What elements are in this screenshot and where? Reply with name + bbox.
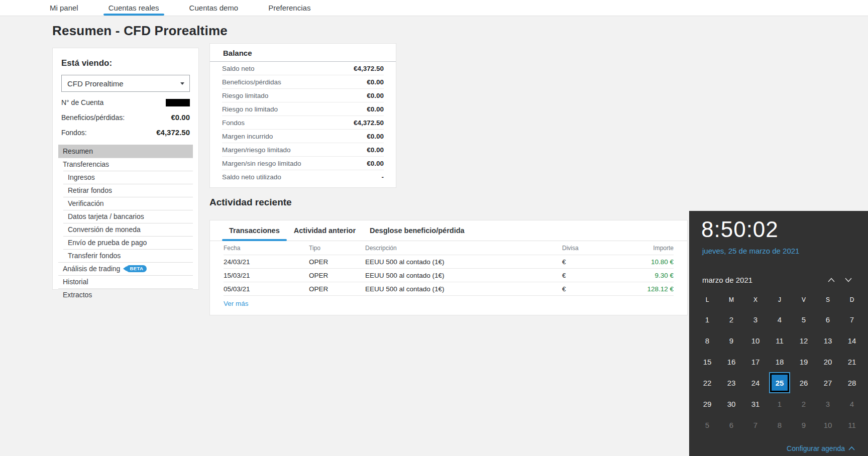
calendar-day-9[interactable]: 9: [719, 330, 743, 351]
page-title: Resumen - CFD Prorealtime: [52, 23, 228, 39]
nav-tab-cuentas-demo[interactable]: Cuentas demo: [186, 0, 242, 16]
calendar-day-30[interactable]: 30: [719, 393, 743, 414]
chevron-up-icon: [828, 278, 835, 282]
calendar-day-4[interactable]: 4: [768, 309, 792, 330]
see-more-link[interactable]: Ver más: [224, 300, 249, 307]
configure-agenda-label: Configurar agenda: [787, 444, 845, 452]
calendar-day-22[interactable]: 22: [695, 372, 719, 393]
account-side-menu: ResumenTransferenciasIngresosRetirar fon…: [58, 145, 193, 301]
calendar-day-2[interactable]: 2: [719, 309, 743, 330]
calendar-day-7-next[interactable]: 7: [743, 414, 768, 435]
sidebar-item-verificacion[interactable]: Verificación: [58, 197, 193, 210]
configure-agenda-link[interactable]: Configurar agenda: [787, 444, 855, 452]
balance-row-label: Fondos: [222, 119, 245, 127]
activity-tabs: TransaccionesActividad anteriorDesglose …: [210, 220, 687, 241]
calendar-prev-month-button[interactable]: [823, 274, 840, 286]
calendar-day-1-next[interactable]: 1: [768, 393, 792, 414]
sidebar-item-datos-tarjeta-bancarios[interactable]: Datos tarjeta / bancarios: [58, 210, 193, 223]
table-row: 05/03/21OPEREEUU 500 al contado (1€)€128…: [224, 282, 674, 296]
balance-row-value: €0.00: [367, 146, 384, 154]
balance-row-saldo-neto: Saldo neto€4,372.50: [222, 62, 384, 75]
nav-tab-preferencias[interactable]: Preferencias: [265, 0, 313, 16]
sidebar-item-label: Transferencias: [63, 160, 109, 168]
sidebar-item-transferencias[interactable]: Transferencias: [58, 158, 193, 171]
calendar-day-24[interactable]: 24: [743, 372, 768, 393]
calendar-next-month-button[interactable]: [840, 274, 857, 286]
calendar-day-14[interactable]: 14: [840, 330, 864, 351]
calendar-day-31[interactable]: 31: [743, 393, 768, 414]
sidebar-item-analisis-de-trading[interactable]: Análisis de tradingBETA: [58, 262, 193, 275]
calendar-day-12[interactable]: 12: [792, 330, 816, 351]
calendar-day-4-next[interactable]: 4: [840, 393, 864, 414]
column-header-fecha: Fecha: [224, 245, 309, 252]
balance-row-saldo-neto-utilizado: Saldo neto utilizado-: [222, 170, 384, 183]
calendar-day-26[interactable]: 26: [792, 372, 816, 393]
calendar-day-3[interactable]: 3: [743, 309, 768, 330]
balance-row-riesgo-no-limitado: Riesgo no limitado€0.00: [222, 102, 384, 116]
calendar-day-25[interactable]: 25: [768, 372, 792, 393]
sidebar-item-extractos[interactable]: Extractos: [58, 288, 193, 301]
sidebar-item-conversion-de-moneda[interactable]: Conversión de moneda: [58, 223, 193, 236]
calendar-day-15[interactable]: 15: [695, 351, 719, 372]
calendar-day-23[interactable]: 23: [719, 372, 743, 393]
account-select[interactable]: CFD Prorealtime: [61, 75, 190, 92]
calendar-day-16[interactable]: 16: [719, 351, 743, 372]
tab-desglose-beneficio-perdida[interactable]: Desglose beneficio/pérdida: [363, 220, 472, 241]
calendar-day-10[interactable]: 10: [743, 330, 768, 351]
calendar-day-29[interactable]: 29: [695, 393, 719, 414]
cell-importe: 128.12 €: [618, 285, 674, 293]
tab-transacciones[interactable]: Transacciones: [222, 220, 287, 241]
tab-actividad-anterior[interactable]: Actividad anterior: [287, 220, 363, 241]
cell-descripcion: EEUU 500 al contado (1€): [365, 258, 562, 266]
calendar-day-5[interactable]: 5: [792, 309, 816, 330]
calendar-day-7[interactable]: 7: [840, 309, 864, 330]
balance-row-value: €0.00: [367, 78, 384, 86]
calendar-day-11-next[interactable]: 11: [840, 414, 864, 435]
sidebar-item-label: Transferir fondos: [68, 252, 121, 260]
sidebar-item-transferir-fondos[interactable]: Transferir fondos: [58, 249, 193, 262]
sidebar-item-resumen[interactable]: Resumen: [58, 145, 193, 158]
chevron-down-icon: [845, 278, 852, 282]
balance-row-label: Riesgo no limitado: [222, 105, 278, 113]
calendar-day-1[interactable]: 1: [695, 309, 719, 330]
sidebar-item-label: Extractos: [63, 291, 92, 299]
sidebar-item-label: Datos tarjeta / bancarios: [68, 212, 144, 220]
nav-tab-cuentas-reales[interactable]: Cuentas reales: [105, 0, 162, 16]
sidebar-item-historial[interactable]: Historial: [58, 275, 193, 288]
profit-loss-row: Beneficios/pérdidas: €0.00: [61, 113, 190, 122]
sidebar-item-label: Análisis de trading: [63, 265, 120, 273]
cell-fecha: 15/03/21: [224, 272, 309, 279]
calendar-day-3-next[interactable]: 3: [816, 393, 840, 414]
cell-descripcion: EEUU 500 al contado (1€): [365, 285, 562, 293]
viewing-label: Está viendo:: [61, 58, 190, 68]
calendar-day-6[interactable]: 6: [816, 309, 840, 330]
calendar-day-17[interactable]: 17: [743, 351, 768, 372]
calendar-day-13[interactable]: 13: [816, 330, 840, 351]
calendar-day-20[interactable]: 20: [816, 351, 840, 372]
nav-tab-mi-panel[interactable]: Mi panel: [47, 0, 81, 16]
sidebar-item-label: Conversión de moneda: [68, 225, 141, 234]
calendar-day-18[interactable]: 18: [768, 351, 792, 372]
funds-label: Fondos:: [61, 129, 87, 137]
sidebar-item-retirar-fondos[interactable]: Retirar fondos: [58, 184, 193, 197]
transactions-table: FechaTipoDescripciónDivisaImporte 24/03/…: [224, 241, 674, 308]
sidebar-item-label: Envío de prueba de pago: [68, 239, 147, 247]
calendar-day-2-next[interactable]: 2: [792, 393, 816, 414]
calendar-day-28[interactable]: 28: [840, 372, 864, 393]
calendar-day-8-next[interactable]: 8: [768, 414, 792, 435]
calendar-day-9-next[interactable]: 9: [792, 414, 816, 435]
cell-divisa: €: [562, 258, 618, 266]
calendar-day-5-next[interactable]: 5: [695, 414, 719, 435]
calendar-day-8[interactable]: 8: [695, 330, 719, 351]
profit-loss-value: €0.00: [171, 113, 190, 122]
calendar-day-10-next[interactable]: 10: [816, 414, 840, 435]
calendar-day-27[interactable]: 27: [816, 372, 840, 393]
sidebar-item-ingresos[interactable]: Ingresos: [58, 171, 193, 184]
calendar-day-19[interactable]: 19: [792, 351, 816, 372]
sidebar-item-envio-de-prueba-de-pago[interactable]: Envío de prueba de pago: [58, 236, 193, 249]
calendar-day-21[interactable]: 21: [840, 351, 864, 372]
weekday-v: V: [792, 293, 816, 306]
calendar-day-11[interactable]: 11: [768, 330, 792, 351]
calendar-day-6-next[interactable]: 6: [719, 414, 743, 435]
chevron-up-icon: [848, 446, 855, 450]
